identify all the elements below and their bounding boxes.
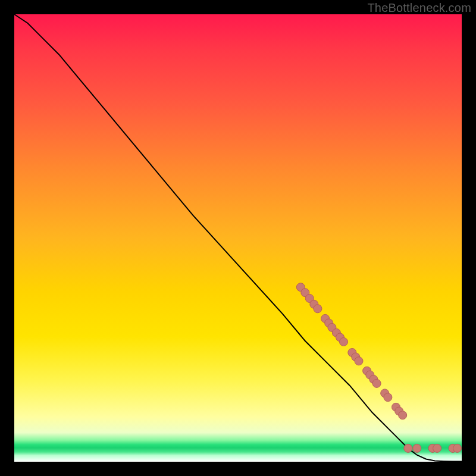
data-marker (413, 444, 421, 452)
data-marker (399, 411, 407, 419)
data-markers (296, 283, 461, 453)
data-marker (384, 393, 392, 402)
data-marker (404, 444, 412, 452)
plot-area (14, 14, 462, 462)
chart-frame: TheBottleneck.com (0, 0, 476, 476)
data-marker (355, 357, 363, 365)
data-marker (340, 338, 348, 346)
watermark-text: TheBottleneck.com (367, 1, 471, 15)
chart-svg (14, 14, 462, 462)
data-marker (372, 379, 381, 387)
bottleneck-curve (14, 14, 462, 462)
data-marker (433, 444, 441, 452)
data-marker (314, 305, 322, 313)
data-marker (453, 444, 462, 452)
